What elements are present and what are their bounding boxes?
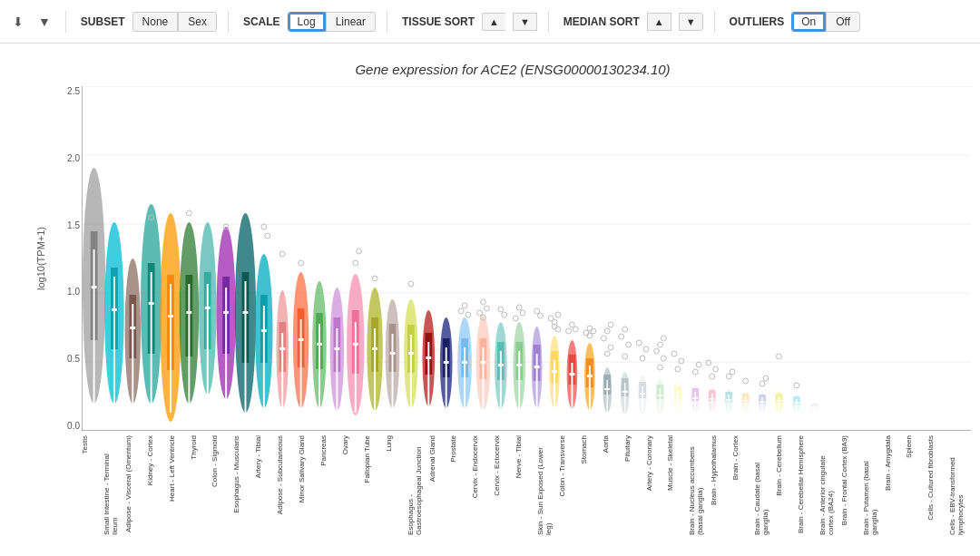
svg-point-147 [573,327,578,332]
svg-point-187 [654,348,660,354]
median-sort-up-button[interactable]: ▲ [647,13,671,31]
chart-area: Gene expression for ACE2 (ENSG0000013023… [0,44,980,556]
svg-point-119 [502,312,507,317]
svg-rect-46 [243,311,249,314]
toolbar: ⬇ ▼ SUBSET None Sex SCALE Log Linear TIS… [0,0,980,44]
svg-rect-56 [279,347,285,350]
svg-rect-219 [743,400,749,402]
x-label-1: Small Intestine - Terminal Ileum [103,435,125,535]
svg-point-185 [658,365,663,370]
svg-point-138 [555,312,561,317]
y-tick-05: 0.5 [54,354,80,364]
svg-rect-50 [261,329,267,332]
median-sort-down-button[interactable]: ▼ [679,13,703,31]
svg-point-104 [466,312,471,317]
x-label-19: Cervix - Ectocervix [494,435,515,496]
svg-rect-206 [710,398,715,400]
svg-point-81 [372,276,377,281]
x-label-38: Spleen [906,435,927,458]
svg-point-76 [357,249,362,254]
x-label-35: Brain - Frontal Cortex (BA9) [841,435,863,525]
svg-rect-184 [658,395,663,396]
svg-point-162 [608,345,613,350]
svg-rect-37 [205,307,211,309]
x-label-0: Testis [82,435,103,454]
filter-icon[interactable]: ▼ [34,13,54,31]
median-sort-label: MEDIAN SORT [564,15,640,28]
svg-point-62 [299,260,304,266]
svg-point-202 [696,362,701,367]
svg-point-220 [743,378,749,384]
svg-rect-102 [462,361,467,364]
subset-none-button[interactable]: None [132,12,179,32]
svg-rect-224 [760,401,765,403]
svg-point-226 [763,376,769,381]
svg-point-111 [484,306,489,311]
y-axis-label: log10(TPM+1) [35,227,46,290]
x-label-29: Brain - Hypothalamus [710,435,732,505]
svg-point-155 [583,330,589,336]
x-label-10: Minor Salivary Gland [299,435,320,502]
svg-point-208 [713,366,719,372]
svg-point-178 [640,356,645,361]
y-tick-25: 2.5 [54,86,80,96]
x-label-33: Brain - Cerebellar Hemisphere [798,435,819,533]
svg-rect-32 [186,311,191,314]
svg-rect-41 [223,311,229,314]
x-label-24: Aorta [603,435,624,453]
y-tick-10: 1.0 [54,287,80,297]
x-label-32: Brain - Cerebellum [776,435,798,496]
svg-point-103 [462,303,467,308]
svg-point-52 [265,233,270,239]
svg-point-51 [261,224,267,229]
svg-point-57 [279,251,285,257]
svg-point-196 [671,351,677,356]
svg-point-179 [643,346,649,352]
tissue-sort-down-button[interactable]: ▼ [513,13,537,31]
x-label-20: Nerve - Tibial [515,435,537,478]
outliers-off-button[interactable]: Off [826,12,860,32]
svg-point-236 [794,383,799,388]
svg-point-180 [636,340,642,346]
svg-point-171 [626,342,632,347]
x-label-37: Brain - Amygdala [885,435,906,491]
x-label-12: Ovary [342,435,364,454]
x-label-18: Cervix - Endocervix [472,435,494,498]
scale-linear-button[interactable]: Linear [326,12,376,32]
svg-point-110 [481,299,486,305]
x-label-13: Fallopian Tube [364,435,386,483]
y-tick-00: 0.0 [54,421,80,431]
svg-point-188 [658,342,663,347]
subset-button-group: None Sex [132,12,217,32]
subset-sex-button[interactable]: Sex [178,12,217,32]
svg-point-105 [458,308,464,314]
svg-rect-123 [516,364,522,366]
scale-button-group: Log Linear [288,12,376,32]
x-label-11: Pancreas [320,435,342,466]
x-label-27: Muscle - Skeletal [667,435,689,491]
svg-rect-61 [299,338,304,341]
x-label-16: Adrenal Gland [429,435,451,482]
svg-point-186 [661,356,666,361]
download-icon[interactable]: ⬇ [9,13,27,31]
svg-rect-145 [570,373,575,376]
y-axis-ticks: 2.5 2.0 1.5 1.0 0.5 0.0 [54,86,80,431]
x-label-2: Adipose - Visceral (Omentum) [125,435,147,532]
svg-rect-15 [112,308,117,311]
divider-2 [228,11,229,33]
outliers-on-button[interactable]: On [791,12,826,32]
x-label-30: Brain - Cortex [732,435,754,480]
svg-rect-19 [130,327,135,329]
chart-title: Gene expression for ACE2 (ENSG0000013023… [54,62,971,77]
svg-rect-213 [726,399,731,401]
x-label-17: Prostate [450,435,472,463]
x-label-6: Colon - Sigmoid [211,435,233,487]
scale-label: SCALE [243,15,280,28]
svg-rect-74 [353,343,358,346]
svg-point-207 [710,374,715,379]
svg-rect-89 [408,352,414,355]
tissue-sort-up-button[interactable]: ▲ [482,13,505,31]
scale-log-button[interactable]: Log [288,12,326,32]
x-label-15: Esophagus - Gastroesophageal Junction [407,435,429,535]
svg-rect-160 [604,388,610,390]
